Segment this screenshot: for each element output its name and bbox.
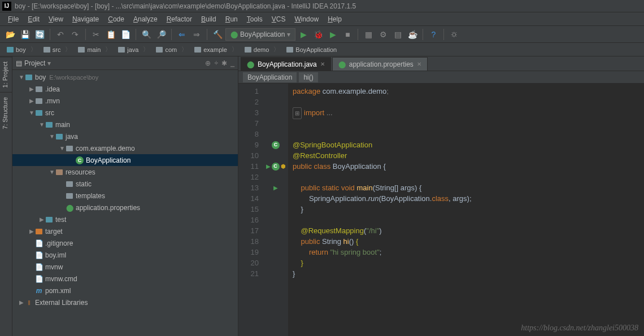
find-icon[interactable]: 🔍	[140, 28, 153, 41]
dropdown-icon[interactable]: ▾	[47, 59, 51, 67]
stop-icon[interactable]: ■	[341, 28, 354, 41]
tree-item-external-libraries[interactable]: ▶⦀External Libraries	[12, 296, 238, 308]
tree-item-application-properties[interactable]: ⬤application.properties	[12, 202, 238, 213]
tree-item-boy-iml[interactable]: 📄boy.iml	[12, 249, 238, 261]
tab-close-icon[interactable]: ✕	[320, 61, 325, 67]
hide-icon[interactable]: ⎯	[230, 59, 234, 67]
structure-icon[interactable]: ▦	[362, 28, 375, 41]
separator	[136, 29, 136, 40]
menu-build[interactable]: Build	[197, 14, 221, 25]
tree-item-pom-xml[interactable]: mpom.xml	[12, 285, 238, 296]
editor-tab-boyapplication-java[interactable]: ⬤BoyApplication.java✕	[241, 57, 331, 71]
tree-item-mvnw-cmd[interactable]: 📄mvnw.cmd	[12, 273, 238, 285]
menu-tools[interactable]: Tools	[242, 14, 267, 25]
tree-item-static[interactable]: static	[12, 178, 238, 190]
line-number: 3	[238, 107, 259, 118]
tree-item-main[interactable]: ▼main	[12, 119, 238, 130]
separator	[358, 29, 358, 40]
tree-item-target[interactable]: ▶target	[12, 225, 238, 237]
tree-item-test[interactable]: ▶test	[12, 213, 238, 225]
breadcrumb-java[interactable]: java	[115, 44, 153, 55]
tree-item-boyapplication[interactable]: CBoyApplication	[12, 154, 238, 166]
tree-item-src[interactable]: ▼src	[12, 107, 238, 119]
spring-icon[interactable]: C	[272, 141, 280, 149]
menu-help[interactable]: Help	[323, 14, 346, 25]
editor-tab-application-properties[interactable]: ⬤application.properties✕	[332, 57, 428, 71]
breadcrumb-src[interactable]: src	[40, 44, 75, 55]
menu-navigate[interactable]: Navigate	[68, 14, 103, 25]
redo-icon[interactable]: ↷	[68, 28, 82, 41]
forward-icon[interactable]: ⇒	[190, 28, 203, 41]
code-content[interactable]: package com.example.demo; ⊞import ... @S…	[288, 84, 644, 336]
tree-item--idea[interactable]: ▶.idea	[12, 83, 238, 95]
line-number: 14	[238, 193, 259, 204]
line-number: 21	[238, 268, 259, 279]
breadcrumb-com[interactable]: com	[153, 44, 191, 55]
replace-icon[interactable]: 🔎	[154, 28, 168, 41]
menu-edit[interactable]: Edit	[23, 14, 44, 25]
breadcrumb-boyapplication[interactable]: BoyApplication	[283, 45, 345, 54]
debug-icon[interactable]: 🐞	[311, 28, 325, 41]
project-structure-icon[interactable]: ▤	[391, 28, 404, 41]
breadcrumb-demo[interactable]: demo	[241, 44, 284, 55]
project-panel-header: ▤ Project ▾ ⊕ ÷ ✱ ⎯	[12, 56, 238, 70]
menu-vcs[interactable]: VCS	[267, 14, 290, 25]
tree-item-boy[interactable]: ▼boyE:\workspace\boy	[12, 71, 238, 83]
build-icon[interactable]: 🔨	[211, 28, 224, 41]
tree-item-java[interactable]: ▼java	[12, 130, 238, 142]
paste-icon[interactable]: 📄	[119, 28, 132, 41]
sync-icon[interactable]: 🔄	[33, 28, 46, 41]
line-number: 9	[238, 139, 259, 150]
gear-icon[interactable]: ✱	[221, 59, 227, 67]
help-icon[interactable]: ?	[427, 28, 440, 41]
menu-view[interactable]: View	[44, 14, 68, 25]
crumb-class[interactable]: BoyApplication	[243, 72, 297, 82]
copy-icon[interactable]: 📋	[104, 28, 118, 41]
cut-icon[interactable]: ✂	[89, 28, 103, 41]
menu-file[interactable]: File	[3, 14, 23, 25]
breadcrumb-main[interactable]: main	[75, 44, 115, 55]
menu-code[interactable]: Code	[103, 14, 129, 25]
tree-item-mvnw[interactable]: 📄mvnw	[12, 261, 238, 273]
tree-item-templates[interactable]: templates	[12, 190, 238, 202]
code-editor[interactable]: 123789101112131415161718192021 C ▶C⬢ ▶ p…	[238, 84, 644, 336]
tree-item--gitignore[interactable]: 📄.gitignore	[12, 237, 238, 249]
undo-icon[interactable]: ↶	[54, 28, 67, 41]
more-icon[interactable]: ⛭	[447, 28, 461, 41]
collapse-icon[interactable]: ⊕	[205, 59, 211, 67]
window-title: boy - [E:\workspace\boy] - [boy] - ...\s…	[15, 2, 356, 10]
breadcrumb-boy[interactable]: boy	[3, 44, 40, 55]
web-icon[interactable]: ⬢	[281, 161, 286, 172]
tree-item-resources[interactable]: ▼resources	[12, 166, 238, 178]
back-icon[interactable]: ⇐	[175, 28, 189, 41]
menu-run[interactable]: Run	[221, 14, 242, 25]
spring-icon[interactable]: C	[272, 163, 280, 171]
editor-breadcrumb: BoyApplication hi()	[238, 71, 644, 84]
intellij-icon: IJ	[2, 2, 11, 11]
menu-analyze[interactable]: Analyze	[129, 14, 162, 25]
side-tab-1-project[interactable]: 1: Project	[0, 56, 12, 92]
run-icon[interactable]: ▶	[297, 28, 310, 41]
settings-icon[interactable]: ⚙	[376, 28, 390, 41]
crumb-method[interactable]: hi()	[299, 72, 317, 82]
save-icon[interactable]: 💾	[18, 28, 32, 41]
tab-close-icon[interactable]: ✕	[417, 61, 421, 67]
tree-item-com-example-demo[interactable]: ▼com.example.demo	[12, 142, 238, 154]
project-tree[interactable]: ▼boyE:\workspace\boy▶.idea▶.mvn▼src▼main…	[12, 70, 238, 336]
run-gutter-icon[interactable]: ▶	[273, 182, 278, 193]
open-icon[interactable]: 📂	[3, 28, 17, 41]
fold-icon[interactable]: ⊞	[293, 107, 302, 119]
project-view-icon: ▤	[16, 59, 22, 67]
side-tab-7-structure[interactable]: 7: Structure	[0, 92, 12, 134]
line-number: 10	[238, 150, 259, 161]
tree-item--mvn[interactable]: ▶.mvn	[12, 95, 238, 107]
separator	[50, 29, 50, 40]
run-gutter-icon[interactable]: ▶	[266, 161, 271, 172]
breadcrumb-example[interactable]: example	[191, 44, 241, 55]
menu-refactor[interactable]: Refactor	[162, 14, 197, 25]
menu-window[interactable]: Window	[290, 14, 323, 25]
scroll-icon[interactable]: ÷	[214, 59, 218, 67]
sdk-icon[interactable]: ☕	[406, 28, 419, 41]
run-config-dropdown[interactable]: ⬤ BoyApplication ▾	[225, 28, 295, 41]
coverage-icon[interactable]: ▶	[326, 28, 340, 41]
